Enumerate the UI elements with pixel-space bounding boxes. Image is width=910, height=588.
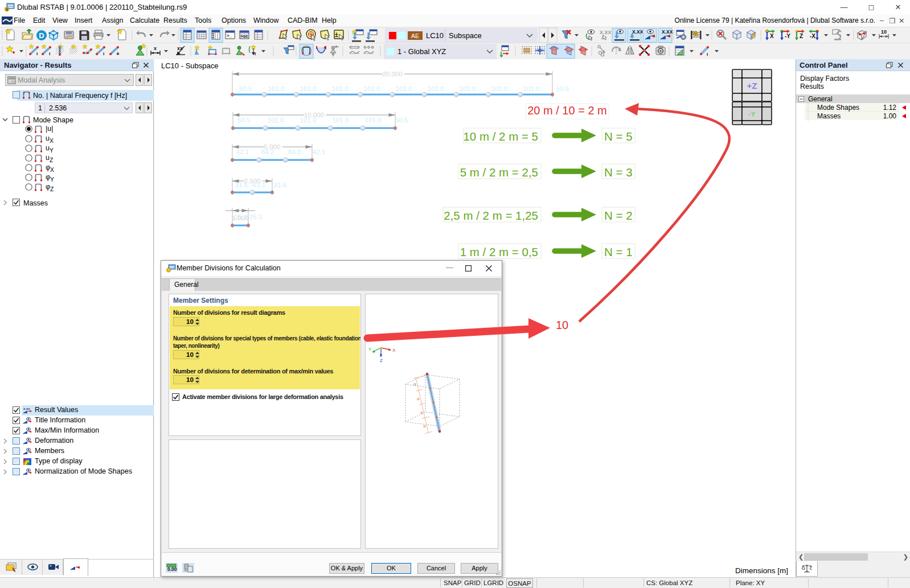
- svg-text:10: 10: [881, 29, 887, 35]
- svg-text:1 - Global XYZ: 1 - Global XYZ: [397, 47, 446, 56]
- svg-text:20.000: 20.000: [382, 71, 402, 77]
- svg-text:a: a: [413, 381, 416, 386]
- svg-text:50.5: 50.5: [239, 85, 252, 92]
- svg-text:+Z: +Z: [747, 81, 757, 91]
- svg-text:LC10 - Subspace: LC10 - Subspace: [161, 61, 218, 70]
- svg-text:N = 2: N = 2: [604, 209, 633, 222]
- svg-text:I: I: [49, 51, 50, 56]
- svg-text:a: a: [420, 410, 423, 415]
- svg-text:31.6: 31.6: [235, 182, 248, 188]
- svg-text:a: a: [417, 396, 420, 401]
- svg-text:101.0: 101.0: [332, 85, 349, 92]
- svg-text:N = 1: N = 1: [604, 245, 633, 258]
- svg-text:101.0: 101.0: [365, 117, 382, 124]
- svg-text:5 m / 2 m = 2,5: 5 m / 2 m = 2,5: [460, 166, 538, 179]
- svg-text:101.0: 101.0: [523, 85, 540, 92]
- svg-text:Y: Y: [368, 347, 372, 352]
- svg-text:50.5: 50.5: [237, 117, 250, 124]
- svg-text:-X: -X: [810, 33, 815, 39]
- svg-text:101.0: 101.0: [491, 85, 508, 92]
- svg-text:a: a: [423, 423, 426, 429]
- svg-text:D: D: [39, 31, 44, 40]
- svg-text:63.1: 63.1: [253, 182, 265, 188]
- svg-text:+: +: [116, 51, 120, 57]
- svg-text:25.3: 25.3: [235, 213, 247, 220]
- svg-text:I: I: [103, 51, 104, 56]
- svg-text:20 m / 10 = 2 m: 20 m / 10 = 2 m: [527, 104, 607, 117]
- svg-text:>sc: >sc: [240, 34, 248, 39]
- svg-text:>_: >_: [227, 33, 232, 38]
- svg-text:Z: Z: [380, 358, 383, 363]
- svg-text:10 m / 2 m = 5: 10 m / 2 m = 5: [463, 130, 538, 143]
- svg-text:101.0: 101.0: [460, 85, 476, 92]
- svg-text:I: I: [255, 51, 256, 56]
- svg-text:x: x: [154, 46, 157, 51]
- svg-text:-Y: -Y: [785, 33, 790, 39]
- svg-text:Z: Z: [800, 33, 803, 39]
- svg-text:x.xx: x.xx: [23, 407, 30, 410]
- svg-text:101.0: 101.0: [300, 117, 317, 124]
- svg-text:31.6: 31.6: [274, 182, 286, 188]
- svg-text:0.00: 0.00: [167, 566, 177, 572]
- svg-text:42.1: 42.1: [236, 149, 249, 155]
- svg-text:101.0: 101.0: [300, 85, 317, 92]
- svg-text:X.XX: X.XX: [662, 29, 673, 35]
- svg-text:AE: AE: [411, 32, 420, 39]
- svg-text:xx: xx: [177, 46, 183, 51]
- svg-text:Dimensions [m]: Dimensions [m]: [735, 566, 788, 575]
- svg-text:N = 5: N = 5: [604, 130, 633, 143]
- svg-text:101.0: 101.0: [428, 85, 444, 92]
- svg-text:X.XX: X.XX: [600, 30, 612, 35]
- svg-text:101.0: 101.0: [268, 85, 285, 92]
- svg-text:84.2: 84.2: [261, 149, 274, 155]
- svg-text:LC10: LC10: [426, 31, 444, 40]
- svg-text:42.1: 42.1: [313, 149, 325, 155]
- svg-text:101.0: 101.0: [268, 117, 284, 124]
- svg-text:101.0: 101.0: [396, 85, 412, 92]
- svg-text:50.5: 50.5: [556, 85, 569, 92]
- svg-text:50.5: 50.5: [395, 117, 408, 124]
- svg-text:101.0: 101.0: [364, 85, 380, 92]
- svg-text:25.3: 25.3: [249, 213, 262, 220]
- svg-text:2,5 m / 2 m = 1,25: 2,5 m / 2 m = 1,25: [444, 209, 538, 222]
- svg-text:9: 9: [6, 7, 8, 11]
- svg-text:X: X: [770, 33, 774, 39]
- svg-text:-Y: -Y: [748, 110, 756, 118]
- svg-text:1 m / 2 m = 0,5: 1 m / 2 m = 0,5: [460, 245, 538, 258]
- svg-text:I: I: [36, 51, 38, 56]
- svg-text:N = 3: N = 3: [604, 166, 633, 179]
- svg-text:I: I: [707, 52, 708, 57]
- svg-text:84.2: 84.2: [288, 149, 301, 155]
- svg-text:Subspace: Subspace: [449, 31, 482, 40]
- svg-text:X.XX: X.XX: [632, 29, 643, 35]
- svg-text:X: X: [392, 348, 396, 353]
- svg-text:101.0: 101.0: [333, 117, 349, 124]
